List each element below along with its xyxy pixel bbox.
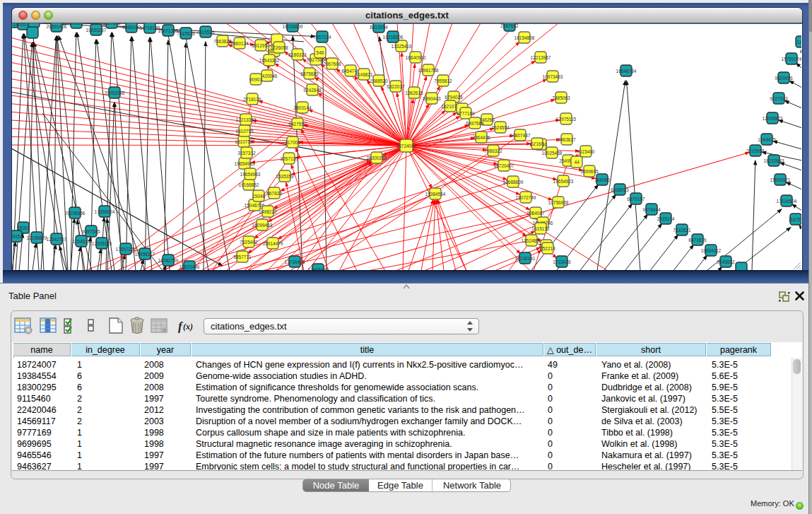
- svg-text:1535359: 1535359: [276, 174, 294, 179]
- svg-text:10654112: 10654112: [701, 248, 722, 253]
- svg-text:16154808: 16154808: [514, 35, 535, 40]
- svg-text:8990443: 8990443: [423, 96, 441, 101]
- svg-text:15046: 15046: [252, 194, 265, 199]
- svg-text:9115460: 9115460: [577, 149, 595, 154]
- svg-text:567833: 567833: [266, 191, 282, 196]
- svg-text:20206556: 20206556: [65, 211, 86, 216]
- svg-text:8912954: 8912954: [252, 43, 270, 48]
- svg-text:2967608: 2967608: [323, 62, 341, 66]
- svg-text:12923446: 12923446: [180, 264, 200, 269]
- svg-text:15720407: 15720407: [494, 163, 514, 168]
- svg-text:10688609: 10688609: [503, 180, 524, 185]
- svg-text:19166852: 19166852: [239, 182, 259, 187]
- svg-text:7857224: 7857224: [313, 35, 331, 40]
- svg-text:1117: 1117: [796, 40, 801, 45]
- svg-text:16648784: 16648784: [616, 69, 637, 74]
- svg-text:7632621: 7632621: [673, 228, 691, 233]
- svg-text:7663822: 7663822: [213, 39, 232, 44]
- svg-text:8813054: 8813054: [370, 25, 388, 30]
- svg-text:16099463: 16099463: [252, 223, 273, 228]
- svg-text:10973493: 10973493: [543, 74, 563, 79]
- svg-text:6322037: 6322037: [387, 84, 405, 89]
- svg-text:3215955: 3215955: [746, 148, 765, 153]
- svg-text:546: 546: [317, 50, 324, 55]
- svg-text:1615132: 1615132: [531, 226, 550, 231]
- svg-text:16961758: 16961758: [418, 68, 439, 73]
- svg-text:3267110: 3267110: [281, 156, 298, 161]
- svg-text:18724007: 18724007: [396, 144, 417, 148]
- svg-text:2364436: 2364436: [472, 135, 490, 140]
- svg-text:3226058: 3226058: [270, 45, 288, 50]
- svg-text:12923446: 12923446: [308, 267, 329, 271]
- svg-text:19654983: 19654983: [235, 161, 255, 166]
- svg-text:9699695: 9699695: [580, 169, 599, 174]
- svg-text:12505115: 12505115: [92, 241, 112, 246]
- svg-text:(x): (x): [183, 322, 193, 332]
- svg-text:7986322: 7986322: [484, 148, 502, 153]
- svg-text:12975115: 12975115: [556, 117, 577, 122]
- svg-text:9777169: 9777169: [457, 111, 475, 116]
- svg-text:9084067: 9084067: [526, 211, 545, 216]
- svg-text:9146821: 9146821: [355, 72, 373, 77]
- svg-text:6466160: 6466160: [122, 25, 141, 30]
- svg-text:3157312: 3157312: [237, 151, 256, 156]
- svg-text:17359924: 17359924: [95, 209, 115, 214]
- svg-text:10756928: 10756928: [548, 200, 569, 205]
- svg-text:9329996: 9329996: [775, 76, 793, 81]
- svg-text:13716485: 13716485: [285, 259, 305, 264]
- svg-text:1244415: 1244415: [758, 137, 776, 142]
- svg-text:7485063: 7485063: [552, 95, 570, 100]
- svg-text:1810755: 1810755: [235, 129, 254, 134]
- svg-text:20891406: 20891406: [47, 24, 67, 29]
- svg-text:1527602: 1527602: [102, 23, 121, 25]
- svg-text:16914479: 16914479: [263, 241, 283, 246]
- svg-text:2718126: 2718126: [243, 97, 261, 102]
- svg-text:1154519: 1154519: [73, 239, 90, 244]
- svg-text:9227343: 9227343: [770, 96, 788, 101]
- svg-text:8186323: 8186323: [288, 52, 307, 57]
- svg-text:17016504: 17016504: [777, 199, 797, 204]
- svg-text:10958117: 10958117: [135, 252, 155, 257]
- svg-text:20053346: 20053346: [105, 90, 125, 95]
- svg-text:1733426: 1733426: [553, 259, 571, 264]
- svg-text:9474444: 9474444: [642, 207, 661, 212]
- svg-text:1362615: 1362615: [405, 90, 423, 95]
- svg-text:252214: 252214: [540, 246, 555, 251]
- svg-text:9857771: 9857771: [233, 255, 252, 259]
- svg-text:3624554: 3624554: [491, 125, 510, 130]
- svg-text:7955812: 7955812: [434, 78, 452, 83]
- svg-text:19654983: 19654983: [240, 172, 261, 177]
- svg-text:9463627: 9463627: [558, 137, 576, 142]
- svg-text:8471676: 8471676: [688, 238, 707, 243]
- svg-text:10671355: 10671355: [158, 28, 179, 33]
- svg-text:1498222: 1498222: [259, 209, 277, 214]
- svg-text:19218506: 19218506: [383, 35, 404, 40]
- svg-text:25300265: 25300265: [367, 156, 387, 160]
- svg-text:10719155: 10719155: [140, 25, 160, 30]
- svg-text:10025458: 10025458: [542, 151, 563, 156]
- svg-text:6497568: 6497568: [466, 121, 484, 126]
- svg-text:13524851: 13524851: [522, 238, 542, 243]
- svg-text:39154: 39154: [12, 234, 23, 239]
- svg-text:16033809: 16033809: [283, 24, 303, 29]
- svg-text:6879197: 6879197: [627, 197, 645, 201]
- svg-text:164095: 164095: [594, 177, 610, 182]
- svg-text:9242848: 9242848: [303, 88, 322, 93]
- svg-text:6938923: 6938923: [611, 187, 629, 192]
- svg-text:12213967: 12213967: [531, 55, 551, 60]
- svg-text:10807487: 10807487: [510, 133, 531, 138]
- svg-text:13325419: 13325419: [392, 44, 412, 49]
- svg-text:7515526: 7515526: [196, 30, 215, 35]
- svg-text:14136141: 14136141: [515, 256, 536, 261]
- svg-text:16640910: 16640910: [406, 55, 426, 60]
- svg-text:6794028: 6794028: [445, 95, 463, 100]
- svg-text:16543362: 16543362: [259, 58, 280, 63]
- svg-text:2087682: 2087682: [500, 23, 519, 28]
- svg-text:10653267: 10653267: [86, 28, 107, 33]
- svg-text:12342757: 12342757: [47, 237, 67, 242]
- svg-text:1810755: 1810755: [235, 139, 253, 144]
- svg-text:16782759: 16782759: [158, 258, 179, 263]
- svg-text:44: 44: [574, 160, 579, 165]
- svg-text:7625402: 7625402: [240, 240, 258, 245]
- svg-text:19654923: 19654923: [553, 179, 574, 184]
